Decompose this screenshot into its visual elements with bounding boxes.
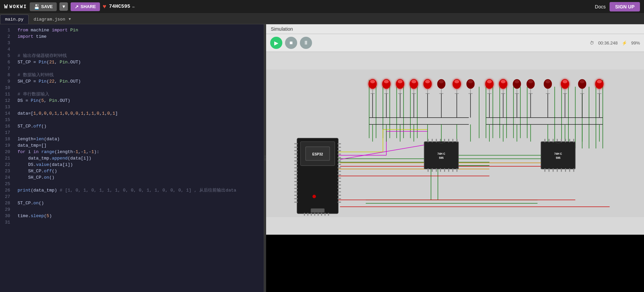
- code-line: time.sleep(5): [18, 213, 260, 219]
- code-line: length=len(data): [18, 136, 260, 142]
- top-right-area: Docs SIGN UP: [595, 2, 640, 11]
- svg-point-67: [439, 80, 444, 83]
- svg-rect-158: [294, 171, 298, 172]
- svg-rect-219: [548, 139, 549, 142]
- svg-rect-156: [294, 164, 298, 165]
- code-content[interactable]: from machine import Pinimport time# 输出存储…: [14, 24, 264, 292]
- svg-rect-172: [338, 157, 341, 158]
- svg-rect-201: [436, 139, 437, 142]
- code-line: SH_CP.off(): [18, 168, 260, 174]
- svg-rect-212: [448, 168, 449, 172]
- signup-button[interactable]: SIGN UP: [610, 2, 640, 11]
- svg-point-75: [468, 80, 473, 83]
- code-line: # 输出存储器锁存时钟线: [18, 53, 260, 59]
- svg-rect-204: [448, 139, 449, 142]
- svg-rect-223: [565, 139, 566, 142]
- svg-rect-213: [452, 168, 453, 172]
- svg-rect-183: [338, 195, 341, 196]
- save-disk-icon: 💾: [34, 4, 40, 9]
- svg-rect-157: [294, 167, 298, 168]
- svg-rect-226: [544, 168, 545, 172]
- svg-rect-225: [573, 139, 574, 142]
- save-dropdown-button[interactable]: ▼: [59, 2, 68, 11]
- tab-main-py[interactable]: main.py: [0, 14, 29, 24]
- svg-rect-193: [321, 213, 322, 216]
- svg-rect-171: [338, 154, 341, 155]
- svg-rect-167: [294, 202, 298, 203]
- code-line: print(data_tmp) # [1, 0, 1, 0, 1, 1, 1, …: [18, 187, 260, 194]
- main-area: 1234567891011121314151617181920212223242…: [0, 24, 644, 292]
- code-line: [18, 219, 260, 226]
- code-line: data_tmp.append(data[i]): [18, 155, 260, 162]
- logo-w-icon: W: [4, 3, 8, 10]
- esp32-component: ESP32: [294, 138, 341, 216]
- simulation-toolbar: ▶ ■ ⏸ ⏱ 00:36.248 ⚡ 99%: [266, 34, 644, 52]
- svg-point-91: [528, 80, 533, 83]
- svg-text:ESP32: ESP32: [312, 152, 323, 156]
- svg-rect-162: [294, 184, 298, 185]
- svg-point-79: [487, 80, 492, 83]
- svg-rect-220: [552, 139, 553, 142]
- code-editor[interactable]: 1234567891011121314151617181920212223242…: [0, 24, 264, 292]
- console-panel[interactable]: [266, 235, 644, 292]
- pause-button[interactable]: ⏸: [300, 37, 312, 49]
- code-line: # 数据输入时钟线: [18, 72, 260, 78]
- svg-rect-180: [338, 184, 341, 185]
- tab-main-py-label: main.py: [5, 17, 24, 22]
- code-line: ST_CP.on(): [18, 200, 260, 206]
- tab-dropdown-icon[interactable]: ▼: [67, 17, 72, 22]
- svg-point-71: [454, 80, 459, 83]
- svg-rect-159: [294, 174, 298, 175]
- code-line: [18, 129, 260, 136]
- svg-point-107: [597, 80, 602, 83]
- cpu-icon: ⚡: [622, 40, 627, 46]
- code-line: SH_CP = Pin(22, Pin.OUT): [18, 78, 260, 85]
- svg-rect-151: [294, 147, 298, 148]
- share-button[interactable]: ↗ SHARE: [71, 2, 100, 11]
- chip1-74hc595: 74H C 595: [424, 139, 459, 172]
- svg-rect-155: [294, 160, 298, 162]
- svg-rect-205: [452, 139, 453, 142]
- code-line: data=[1,0,0,0,1,1,0,0,0,1,1,1,0,1,0,1]: [18, 110, 260, 117]
- share-icon: ↗: [75, 4, 79, 9]
- play-button[interactable]: ▶: [270, 37, 282, 49]
- code-line: [18, 206, 260, 213]
- svg-rect-224: [569, 139, 570, 142]
- code-line: [18, 104, 260, 110]
- logo-text: WOKWI: [9, 4, 27, 9]
- svg-rect-190: [311, 213, 312, 216]
- svg-rect-211: [444, 168, 445, 172]
- svg-point-55: [398, 80, 403, 83]
- timer-icon: ⏱: [590, 40, 594, 46]
- simulation-panel: Simulation ▶ ■ ⏸ ⏱ 00:36.248 ⚡ 99%: [266, 24, 644, 292]
- svg-point-99: [563, 80, 567, 83]
- docs-button[interactable]: Docs: [595, 4, 606, 9]
- code-line: from machine import Pin: [18, 27, 260, 33]
- topbar: W WOKWI 💾 SAVE ▼ ↗ SHARE ♥ 74HC595 ✏ Doc…: [0, 0, 644, 13]
- code-line: import time: [18, 33, 260, 40]
- svg-rect-166: [294, 198, 298, 199]
- svg-rect-227: [548, 168, 549, 172]
- svg-point-87: [514, 80, 519, 83]
- tab-diagram-json[interactable]: diagram.json ▼: [29, 14, 77, 24]
- stop-button[interactable]: ■: [285, 37, 297, 49]
- svg-rect-164: [294, 191, 298, 192]
- heart-button[interactable]: ♥: [103, 3, 106, 10]
- svg-rect-206: [457, 139, 458, 142]
- circuit-canvas[interactable]: ESP32: [266, 52, 644, 235]
- share-label: SHARE: [80, 4, 96, 9]
- svg-rect-214: [457, 168, 458, 172]
- svg-text:74H C: 74H C: [554, 152, 562, 155]
- code-line: ST_CP = Pin(21, Pin.OUT): [18, 59, 260, 65]
- svg-rect-189: [307, 213, 308, 216]
- save-button[interactable]: 💾 SAVE: [30, 2, 57, 11]
- edit-icon[interactable]: ✏: [132, 4, 135, 9]
- tab-diagram-json-label: diagram.json: [34, 17, 66, 22]
- code-line: [18, 85, 260, 91]
- sim-cpu: 99%: [631, 40, 640, 46]
- svg-rect-187: [311, 208, 325, 212]
- svg-point-63: [425, 80, 430, 83]
- svg-rect-154: [294, 157, 298, 158]
- project-name: 74HC595: [109, 4, 130, 9]
- svg-point-186: [312, 195, 316, 198]
